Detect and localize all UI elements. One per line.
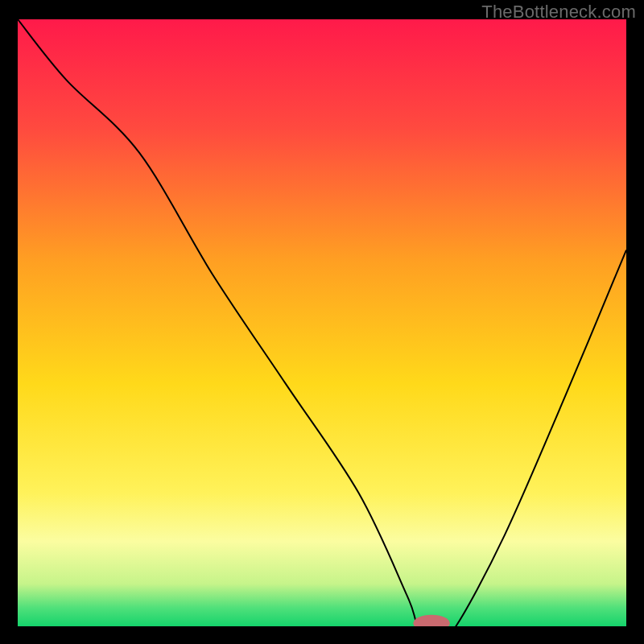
chart-background <box>18 19 626 626</box>
chart-frame: TheBottleneck.com <box>0 0 644 644</box>
chart-plot-area <box>18 19 626 626</box>
watermark-text: TheBottleneck.com <box>481 2 636 23</box>
chart-svg <box>18 19 626 626</box>
